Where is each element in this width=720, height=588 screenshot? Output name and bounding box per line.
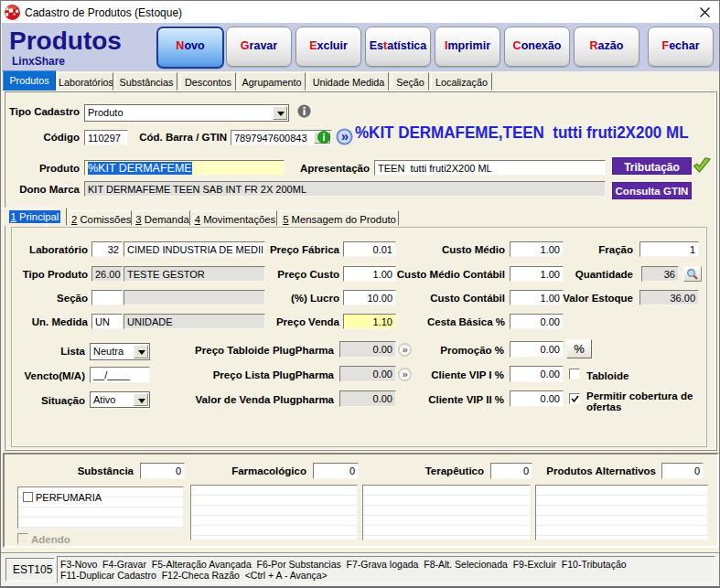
svg-text:»: » bbox=[402, 344, 407, 355]
svg-text:»: » bbox=[402, 369, 407, 380]
svg-text:»: » bbox=[341, 128, 349, 144]
